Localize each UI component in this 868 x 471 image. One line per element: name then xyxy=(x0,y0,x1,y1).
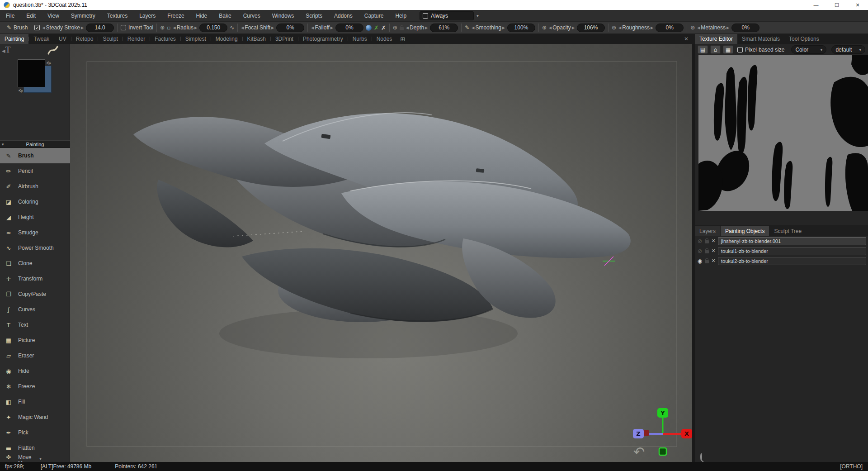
grid-snap-toggle-icon[interactable] xyxy=(659,448,666,455)
stroke-mode-icon[interactable] xyxy=(47,45,59,57)
section-header-painting[interactable]: ▾ Painting xyxy=(0,140,70,148)
focal-shift-value[interactable]: 0% xyxy=(276,24,304,32)
opacity-spinner[interactable]: ◀ Opacity ▶ xyxy=(549,24,575,31)
delete-object-icon[interactable]: ✕ xyxy=(711,238,716,244)
spin-left-icon[interactable]: ◀ xyxy=(241,26,244,30)
collapse-icon[interactable]: ▾ xyxy=(2,142,4,147)
workspace-tab-render[interactable]: Render xyxy=(123,34,150,44)
viewport-3d[interactable]: Y Z X ↶ xyxy=(70,44,692,462)
menu-file[interactable]: File xyxy=(0,10,20,21)
minimize-button[interactable]: — xyxy=(806,0,826,10)
axis-neg-x-handle[interactable] xyxy=(643,430,649,436)
steady-stroke-spinner[interactable]: ◀ Steady Stroke ▶ xyxy=(42,24,84,31)
roughness-value[interactable]: 0% xyxy=(656,24,684,32)
spin-right-icon[interactable]: ▶ xyxy=(726,26,729,30)
chevron-down-icon[interactable]: ▾ xyxy=(476,13,479,18)
lock-icon[interactable] xyxy=(705,260,709,263)
workspace-tab-uv[interactable]: UV xyxy=(54,34,71,44)
workspace-tab-factures[interactable]: Factures xyxy=(150,34,180,44)
depth-spinner[interactable]: ◀ Depth ▶ xyxy=(406,24,428,31)
invert-tool-checkbox[interactable] xyxy=(121,25,126,30)
menu-view[interactable]: View xyxy=(42,10,65,21)
preset-dropdown[interactable]: default ▾ xyxy=(831,45,865,54)
object-row[interactable]: ⊘✕jinshenyi-zb-to-blender.001 xyxy=(695,236,868,246)
opacity-value[interactable]: 106% xyxy=(577,24,605,32)
workspace-tab-photogrammetry[interactable]: Photogrammetry xyxy=(298,34,348,44)
tool-item-magic-wand[interactable]: ✦Magic Wand xyxy=(0,409,70,425)
workspace-tab-modeling[interactable]: Modeling xyxy=(211,34,242,44)
menu-curves[interactable]: Curves xyxy=(237,10,266,21)
spin-left-icon[interactable]: ◀ xyxy=(697,26,700,30)
material-sphere-icon[interactable] xyxy=(366,25,372,31)
workspace-tab-sculpt[interactable]: Sculpt xyxy=(98,34,122,44)
right-tab-texture-editor[interactable]: Texture Editor xyxy=(695,34,737,44)
pencil-icon[interactable]: ✎ xyxy=(465,24,469,31)
eye-visible-icon[interactable]: ◉ xyxy=(697,258,703,264)
workspace-tab-tweak[interactable]: Tweak xyxy=(29,34,54,44)
pressure-square-icon[interactable]: ▫ xyxy=(167,24,170,31)
delete-object-icon[interactable]: ✕ xyxy=(711,258,716,264)
eye-hidden-icon[interactable]: ⊘ xyxy=(697,248,703,254)
tool-item-picture[interactable]: ▦Picture xyxy=(0,333,70,348)
tool-item-clone[interactable]: ❏Clone xyxy=(0,256,70,271)
add-workspace-icon[interactable]: ⊞ xyxy=(400,36,405,43)
workspace-tab-painting[interactable]: Painting xyxy=(0,34,28,44)
tool-item-transform[interactable]: ✛Transform xyxy=(0,271,70,286)
tool-item-power-smooth[interactable]: ∿Power Smooth xyxy=(0,240,70,256)
menu-help[interactable]: Help xyxy=(389,10,412,21)
workspace-tab-retopo[interactable]: Retopo xyxy=(71,34,98,44)
radius-value[interactable]: 0.150 xyxy=(199,24,227,32)
object-row[interactable]: ⊘✕toukui1-zb-to-blender xyxy=(695,246,868,256)
spin-right-icon[interactable]: ▶ xyxy=(194,26,197,30)
menu-edit[interactable]: Edit xyxy=(20,10,42,21)
model-helmet[interactable] xyxy=(133,113,631,358)
steady-stroke-value[interactable]: 14.0 xyxy=(86,24,114,32)
lock-icon[interactable] xyxy=(705,240,709,243)
maximize-button[interactable]: ☐ xyxy=(826,0,847,10)
menu-capture[interactable]: Capture xyxy=(359,10,390,21)
radius-spinner[interactable]: ◀ Radius ▶ xyxy=(173,24,197,31)
spin-left-icon[interactable]: ◀ xyxy=(406,26,409,30)
workspace-tab-simplest[interactable]: Simplest xyxy=(181,34,211,44)
spin-left-icon[interactable]: ◀ xyxy=(618,26,621,30)
axis-gizmo[interactable]: Y Z X xyxy=(633,408,692,438)
workspace-tab-nurbs[interactable]: Nurbs xyxy=(348,34,372,44)
right-tab-tool-options[interactable]: Tool Options xyxy=(784,34,824,44)
pen-pressure-icon[interactable]: ⊕ xyxy=(612,24,616,31)
layer-tab-layers[interactable]: Layers xyxy=(695,226,720,236)
spin-left-icon[interactable]: ◀ xyxy=(311,26,314,30)
falloff-value[interactable]: 0% xyxy=(335,24,363,32)
right-tab-smart-materials[interactable]: Smart Materials xyxy=(737,34,784,44)
delete-object-icon[interactable]: ✕ xyxy=(711,248,716,254)
smart-material-on-icon[interactable]: ✗ xyxy=(374,24,379,31)
smoothing-value[interactable]: 100% xyxy=(507,24,535,32)
object-row[interactable]: ◉✕toukui2-zb-to-blender xyxy=(695,256,868,266)
smart-material-clear-icon[interactable]: ✗ xyxy=(381,24,386,31)
menu-scripts[interactable]: Scripts xyxy=(300,10,328,21)
focal-shift-spinner[interactable]: ◀ Focal Shift ▶ xyxy=(241,24,274,31)
pen-pressure-icon[interactable]: ⊕ xyxy=(542,24,547,31)
navigation-mode-dropdown[interactable]: Always xyxy=(420,11,474,20)
texture-doc-icon[interactable]: ▤ xyxy=(698,45,708,54)
menu-hide[interactable]: Hide xyxy=(190,10,213,21)
close-panel-icon[interactable]: ✕ xyxy=(684,36,689,42)
roughness-spinner[interactable]: ◀ Roughness ▶ xyxy=(618,24,653,31)
pen-pressure-icon[interactable]: ⊕ xyxy=(160,24,165,31)
spin-right-icon[interactable]: ▶ xyxy=(81,26,84,30)
object-name-field[interactable]: toukui1-zb-to-blender xyxy=(718,247,866,255)
menu-freeze[interactable]: Freeze xyxy=(161,10,190,21)
spin-left-icon[interactable]: ◀ xyxy=(173,26,175,30)
foreground-color-swatch[interactable] xyxy=(18,59,45,87)
depth-value[interactable]: 61% xyxy=(430,24,458,32)
menu-addons[interactable]: Addons xyxy=(328,10,359,21)
menu-windows[interactable]: Windows xyxy=(266,10,300,21)
metalness-spinner[interactable]: ◀ Metalness ▶ xyxy=(697,24,729,31)
tool-item-pick[interactable]: ✒Pick xyxy=(0,425,70,440)
steady-stroke-checkbox[interactable]: ✓ xyxy=(34,25,40,30)
tool-item-move[interactable]: ✜ Move ▾ xyxy=(0,452,70,462)
menu-bake[interactable]: Bake xyxy=(213,10,237,21)
type-tool-icon[interactable]: ◀T xyxy=(2,45,10,55)
tool-item-airbrush[interactable]: ✐Airbrush xyxy=(0,179,70,194)
tool-item-freeze[interactable]: ❄Freeze xyxy=(0,379,70,394)
tool-item-text[interactable]: TText xyxy=(0,317,70,333)
